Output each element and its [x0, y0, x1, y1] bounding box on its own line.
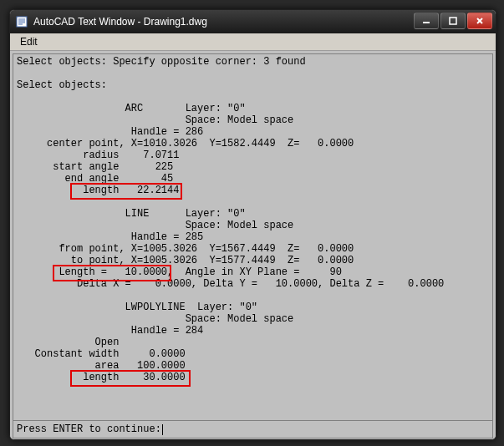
maximize-icon [449, 17, 457, 25]
command-prompt-row[interactable]: Press ENTER to continue: [13, 421, 493, 438]
prompt-label: Press ENTER to continue: [17, 423, 161, 435]
window-controls [414, 13, 492, 29]
maximize-button[interactable] [440, 13, 466, 29]
content-area: Select objects: Specify opposite corner:… [10, 51, 496, 440]
text-line: area 100.0000 [17, 360, 186, 372]
window-title: AutoCAD Text Window - Drawing1.dwg [33, 16, 414, 28]
text-line: length 30.0000 [17, 372, 186, 383]
text-line: from point, X=1005.3026 Y=1567.4449 Z= 0… [17, 243, 354, 255]
app-icon [15, 15, 28, 28]
text-line: Constant width 0.0000 [17, 348, 186, 360]
text-line: length 22.2144 [17, 185, 179, 196]
text-line: Select objects: [17, 79, 107, 91]
text-line: Length = 10.0000, Angle in XY Plane = 90 [17, 266, 342, 278]
text-line: ARC Layer: "0" [17, 103, 246, 114]
text-line: Space: Model space [17, 220, 293, 231]
text-line: to point, X=1005.3026 Y=1577.4449 Z= 0.0… [17, 255, 354, 266]
text-line: Space: Model space [17, 114, 293, 126]
close-button[interactable] [467, 13, 492, 29]
text-line: LINE Layer: "0" [17, 208, 246, 220]
text-line: Space: Model space [17, 313, 293, 325]
text-line: start angle 225 [17, 161, 173, 173]
text-line: end angle 45 [17, 173, 173, 185]
titlebar[interactable]: AutoCAD Text Window - Drawing1.dwg [10, 10, 496, 33]
text-line: Select objects: Specify opposite corner:… [17, 56, 306, 68]
text-line: Handle = 284 [17, 325, 203, 337]
command-history[interactable]: Select objects: Specify opposite corner:… [13, 53, 493, 421]
text-line: radius 7.0711 [17, 150, 179, 161]
menu-edit[interactable]: Edit [15, 34, 43, 49]
close-icon [476, 17, 484, 25]
text-line: Open [17, 337, 119, 348]
svg-rect-0 [17, 17, 27, 27]
text-line: LWPOLYLINE Layer: "0" [17, 302, 257, 313]
minimize-icon [422, 17, 430, 25]
command-input[interactable] [163, 423, 492, 436]
text-line: Handle = 285 [17, 231, 203, 243]
text-line: Delta X = 0.0000, Delta Y = 10.0000, Del… [17, 278, 444, 290]
svg-rect-6 [450, 18, 456, 24]
autocad-text-window: AutoCAD Text Window - Drawing1.dwg Edit [9, 9, 496, 440]
text-line: Handle = 286 [17, 126, 203, 138]
minimize-button[interactable] [414, 13, 439, 29]
menubar: Edit [10, 33, 496, 51]
text-line: center point, X=1010.3026 Y=1582.4449 Z=… [17, 138, 354, 150]
